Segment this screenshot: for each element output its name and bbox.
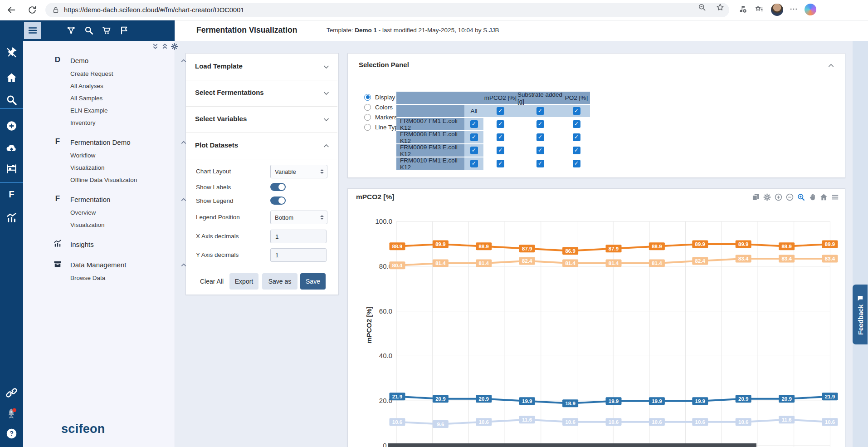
accordion-select-variables[interactable]: Select Variables [186, 106, 337, 133]
accordion-select-fermentations[interactable]: Select Fermentations [186, 80, 337, 107]
table-row[interactable]: FRM0007 FM1 E.coli K12✓✓✓✓ [396, 118, 590, 130]
page-scrollbar[interactable] [853, 41, 868, 447]
radio-markers[interactable]: Markers [364, 113, 397, 122]
radio-button[interactable] [364, 94, 371, 101]
radio-button[interactable] [364, 114, 371, 121]
back-icon[interactable] [6, 5, 16, 15]
sidebar-section-fermentation-demo[interactable]: FFermentation Demo [23, 136, 175, 149]
row-variable-checkbox[interactable]: ✓ [497, 120, 504, 128]
radio-button[interactable] [364, 124, 371, 131]
sidebar-section-insights[interactable]: Insights [23, 238, 175, 251]
select-all-checkbox[interactable]: ✓ [536, 107, 544, 115]
copilot-icon[interactable] [805, 4, 816, 15]
sidebar-item-workflow[interactable]: Workflow [23, 149, 175, 162]
row-variable-checkbox[interactable]: ✓ [497, 147, 504, 154]
accordion-load-template[interactable]: Load Template [186, 54, 337, 80]
sidebar-item-inventory[interactable]: Inventory [23, 117, 175, 129]
menu-toggle-button[interactable] [24, 22, 41, 39]
search-icon[interactable] [5, 94, 18, 106]
home-icon[interactable] [5, 72, 18, 84]
sidebar-item-visualization[interactable]: Visualization [23, 219, 175, 231]
inventory-icon[interactable] [5, 162, 18, 175]
collapse-all-icon[interactable] [151, 43, 159, 50]
address-bar[interactable]: https://demo-dach.scifeon.cloud/#/fm/cha… [45, 3, 729, 17]
pin-slash-icon[interactable] [5, 46, 18, 59]
row-variable-checkbox[interactable]: ✓ [573, 147, 580, 154]
home-icon[interactable] [819, 193, 828, 201]
row-all-checkbox[interactable]: ✓ [470, 147, 478, 154]
sidebar-item-visualization[interactable]: Visualization [23, 162, 175, 174]
table-row[interactable]: FRM0010 FM1 E.coli K12✓✓✓✓ [396, 157, 590, 170]
chevron-up-icon[interactable] [180, 196, 187, 203]
save-button[interactable]: Save [300, 273, 326, 290]
refresh-icon[interactable] [27, 5, 37, 15]
url-text[interactable]: https://demo-dach.scifeon.cloud/#/fm/cha… [64, 6, 244, 14]
bookmark-star-icon[interactable] [716, 3, 725, 12]
legend-position-select[interactable]: Bottom [270, 211, 327, 224]
chevron-up-icon[interactable] [180, 139, 187, 146]
row-variable-checkbox[interactable]: ✓ [497, 133, 504, 141]
sidebar-section-demo[interactable]: DDemo [23, 54, 175, 68]
row-variable-checkbox[interactable]: ✓ [573, 160, 580, 167]
chevron-up-icon[interactable] [180, 57, 187, 64]
chevron-up-icon[interactable] [180, 261, 187, 269]
box-zoom-icon[interactable] [797, 193, 805, 201]
workflow-icon[interactable] [66, 25, 76, 35]
show-labels-toggle[interactable] [270, 183, 286, 191]
sidebar-item-all-samples[interactable]: All Samples [23, 92, 175, 104]
sidebar-item-offline-data-visualizaton[interactable]: Offline Data Visualizaton [23, 174, 175, 186]
insights-icon[interactable] [5, 212, 18, 224]
row-variable-checkbox[interactable]: ✓ [497, 160, 504, 167]
feedback-button[interactable]: Feedback [853, 285, 868, 344]
sidebar-item-overview[interactable]: Overview [23, 206, 175, 219]
accordion-plot-datasets[interactable]: Plot Datasets [186, 133, 337, 159]
row-variable-checkbox[interactable]: ✓ [573, 133, 580, 141]
sidebar-section-fermentation[interactable]: FFermentation [23, 193, 175, 206]
page-zoom-icon[interactable] [697, 3, 707, 12]
select-all-checkbox[interactable]: ✓ [497, 107, 504, 115]
zoom-in-icon[interactable] [774, 193, 783, 201]
cart-icon[interactable] [102, 25, 112, 35]
help-icon[interactable]: ? [5, 427, 18, 440]
expand-all-icon[interactable] [161, 43, 169, 50]
row-variable-checkbox[interactable]: ✓ [573, 120, 580, 128]
tree-settings-icon[interactable] [171, 43, 178, 50]
more-options-icon[interactable] [789, 5, 798, 14]
y-axis-decimals-input[interactable] [270, 248, 327, 262]
sidebar-item-all-analyses[interactable]: All Analyses [23, 80, 175, 92]
row-variable-checkbox[interactable]: ✓ [536, 147, 544, 154]
sidebar-item-eln-example[interactable]: ELN Example [23, 104, 175, 117]
export-button[interactable]: Export [229, 273, 258, 290]
letter-f-icon[interactable]: F [5, 188, 18, 201]
cloud-upload-icon[interactable] [5, 142, 18, 154]
link-icon[interactable] [5, 387, 18, 399]
search-icon[interactable] [84, 25, 94, 35]
media-control-icon[interactable] [738, 5, 747, 14]
menu-icon[interactable] [831, 193, 839, 201]
row-variable-checkbox[interactable]: ✓ [536, 160, 544, 167]
sidebar-item-create-request[interactable]: Create Request [23, 68, 175, 80]
show-legend-toggle[interactable] [270, 196, 286, 205]
select-all-checkbox[interactable]: ✓ [573, 107, 580, 115]
chart-layout-select[interactable]: Variable [270, 165, 327, 178]
zoom-out-icon[interactable] [785, 193, 794, 201]
save-as-button[interactable]: Save as [262, 273, 297, 290]
profile-avatar[interactable] [771, 4, 783, 16]
settings-icon[interactable] [763, 193, 771, 201]
row-all-checkbox[interactable]: ✓ [470, 133, 478, 141]
row-all-checkbox[interactable]: ✓ [470, 160, 478, 167]
clear-all-button[interactable]: Clear All [196, 273, 228, 290]
x-axis-decimals-input[interactable] [270, 230, 327, 243]
copy-icon[interactable] [751, 193, 760, 201]
chart-canvas[interactable]: 100.080.060.040.020.00.0mPCO2 [%]80.481.… [348, 189, 845, 447]
row-all-checkbox[interactable]: ✓ [470, 120, 478, 128]
sidebar-section-data-management[interactable]: Data Management [23, 258, 175, 272]
flag-icon[interactable] [119, 25, 129, 35]
pan-icon[interactable] [808, 193, 817, 201]
chevron-up-icon[interactable] [827, 62, 835, 69]
favorites-bar-icon[interactable] [755, 5, 764, 14]
row-variable-checkbox[interactable]: ✓ [536, 120, 544, 128]
radio-button[interactable] [364, 104, 371, 111]
table-row[interactable]: FRM0008 FM1 E.coli K12✓✓✓✓ [396, 131, 590, 143]
plus-circle-icon[interactable] [5, 120, 18, 132]
